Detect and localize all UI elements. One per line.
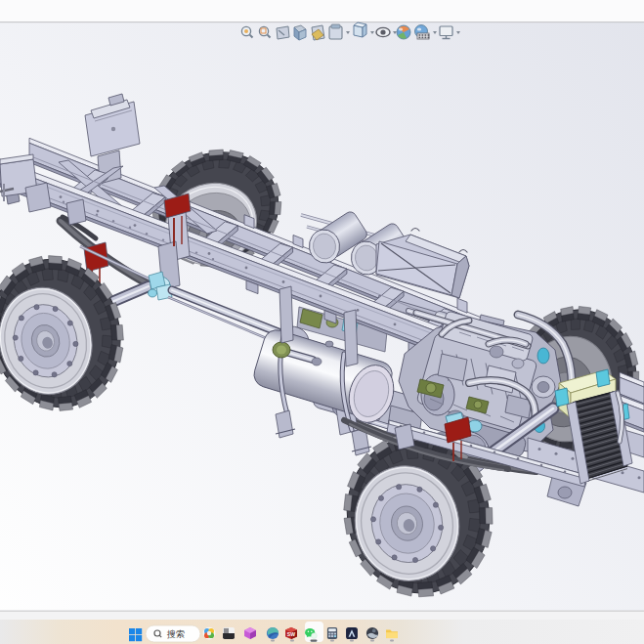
svg-text:搜索: 搜索 xyxy=(166,629,185,639)
svg-text:SW: SW xyxy=(287,631,295,637)
